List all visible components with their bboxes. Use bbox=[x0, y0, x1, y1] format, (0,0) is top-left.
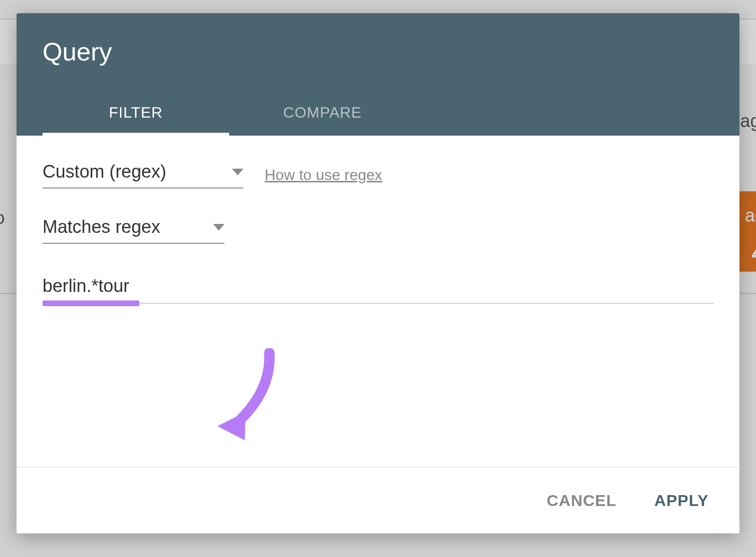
bg-text: age bbox=[745, 206, 756, 226]
bg-number: 4 bbox=[751, 231, 756, 270]
apply-button[interactable]: APPLY bbox=[647, 487, 716, 514]
bg-text: To bbox=[0, 208, 5, 228]
regex-input[interactable] bbox=[43, 272, 713, 304]
modal-footer: CANCEL APPLY bbox=[17, 467, 739, 533]
tab-bar: FILTER COMPARE bbox=[43, 90, 713, 136]
annotation-underline bbox=[43, 300, 139, 306]
tab-filter[interactable]: FILTER bbox=[43, 90, 229, 136]
bg-text: rc bbox=[0, 59, 1, 79]
query-modal: Query FILTER COMPARE Custom (regex) How … bbox=[17, 13, 739, 533]
tab-compare[interactable]: COMPARE bbox=[229, 90, 416, 136]
filter-type-dropdown[interactable]: Custom (regex) bbox=[43, 162, 243, 189]
match-type-dropdown[interactable]: Matches regex bbox=[43, 217, 224, 244]
bg-text: age bbox=[740, 111, 756, 131]
cancel-button[interactable]: CANCEL bbox=[540, 487, 624, 514]
annotation-arrow-icon bbox=[208, 348, 293, 443]
chevron-down-icon bbox=[232, 169, 243, 175]
modal-header: Query FILTER COMPARE bbox=[17, 13, 739, 136]
modal-body: Custom (regex) How to use regex Matches … bbox=[17, 136, 739, 467]
match-type-label: Matches regex bbox=[43, 217, 160, 237]
modal-title: Query bbox=[43, 37, 713, 66]
regex-help-link[interactable]: How to use regex bbox=[265, 166, 382, 184]
filter-type-label: Custom (regex) bbox=[43, 162, 166, 182]
chevron-down-icon bbox=[213, 224, 224, 231]
